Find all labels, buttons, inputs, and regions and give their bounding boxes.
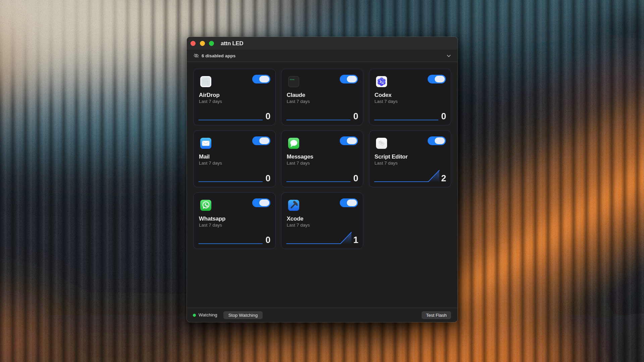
svg-text:exec: exec <box>290 78 295 81</box>
